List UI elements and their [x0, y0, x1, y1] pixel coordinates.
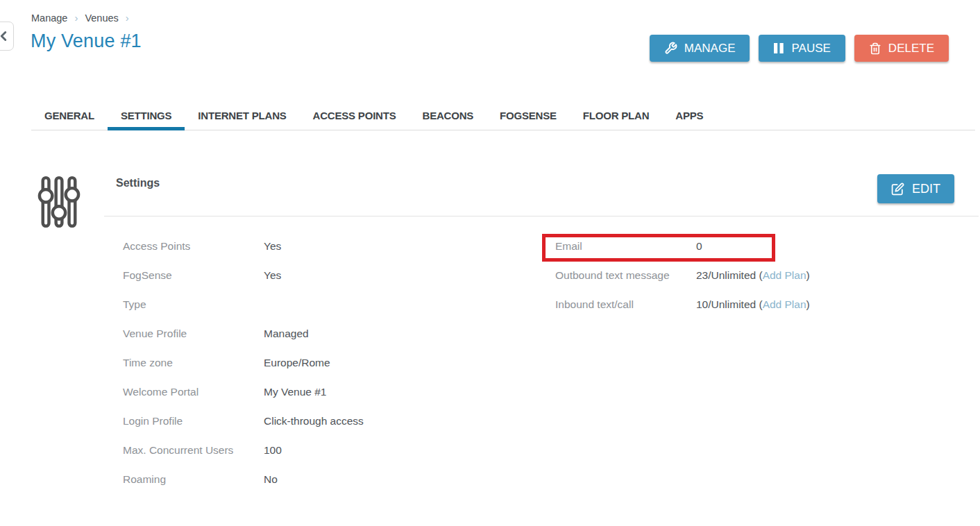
field-value: Europe/Rome [264, 353, 330, 373]
field-label: Roaming [123, 470, 264, 489]
tab-internet-plans[interactable]: INTERNET PLANS [185, 104, 299, 130]
field-value-prefix: 23/Unlimited ( [696, 269, 763, 281]
tab-beacons[interactable]: BEACONS [409, 104, 487, 130]
field-value: 10/Unlimited (Add Plan) [696, 295, 810, 314]
field-time-zone: Time zone Europe/Rome [123, 353, 421, 373]
field-fogsense: FogSense Yes [123, 266, 421, 285]
breadcrumb-separator-icon: › [126, 12, 129, 24]
tab-apps[interactable]: APPS [662, 104, 716, 130]
field-value: Click-through access [264, 412, 364, 431]
field-value: 23/Unlimited (Add Plan) [696, 266, 810, 285]
edit-pencil-icon [891, 183, 904, 196]
pause-icon [773, 42, 784, 54]
field-value-prefix: 10/Unlimited ( [696, 298, 763, 310]
field-type: Type [123, 295, 421, 314]
breadcrumb: Manage › Venues › [31, 12, 136, 24]
page-title: My Venue #1 [31, 31, 142, 52]
tab-bar: GENERAL SETTINGS INTERNET PLANS ACCESS P… [31, 104, 975, 130]
delete-button[interactable]: DELETE [854, 35, 949, 62]
manage-button-label: MANAGE [684, 42, 736, 56]
field-value: My Venue #1 [264, 382, 326, 402]
field-label: Access Points [123, 237, 264, 256]
pause-button[interactable]: PAUSE [759, 35, 845, 62]
breadcrumb-manage[interactable]: Manage [31, 12, 67, 24]
chevron-left-icon [0, 28, 11, 44]
breadcrumb-separator-icon: › [74, 12, 78, 24]
settings-fields-right: Email 0 Outbound text message 23/Unlimit… [555, 237, 861, 324]
field-label: Time zone [123, 353, 264, 373]
field-welcome-portal: Welcome Portal My Venue #1 [123, 382, 421, 402]
tab-fogsense[interactable]: FOGSENSE [487, 104, 570, 130]
tab-general[interactable]: GENERAL [31, 104, 108, 130]
field-value: Yes [264, 266, 281, 285]
back-button[interactable] [0, 22, 14, 51]
field-roaming: Roaming No [123, 470, 421, 489]
field-value: 0 [696, 237, 702, 256]
field-email: Email 0 [555, 237, 861, 256]
tab-settings[interactable]: SETTINGS [108, 104, 185, 130]
field-max-concurrent-users: Max. Concurrent Users 100 [123, 441, 421, 460]
field-label: FogSense [123, 266, 264, 285]
section-heading: Settings [116, 177, 160, 189]
field-label: Type [123, 295, 264, 314]
field-outbound-text-message: Outbound text message 23/Unlimited (Add … [555, 266, 861, 285]
field-value-suffix: ) [806, 298, 810, 310]
add-plan-link[interactable]: Add Plan [763, 269, 806, 281]
field-label: Welcome Portal [123, 382, 264, 402]
add-plan-link[interactable]: Add Plan [763, 298, 806, 310]
header-actions: MANAGE PAUSE DELETE [650, 35, 949, 62]
wrench-icon [664, 42, 677, 55]
field-label: Max. Concurrent Users [123, 441, 264, 460]
edit-button[interactable]: EDIT [877, 174, 954, 203]
tab-floor-plan[interactable]: FLOOR PLAN [570, 104, 663, 130]
field-value-suffix: ) [806, 269, 810, 281]
field-label: Venue Profile [123, 324, 264, 343]
manage-button[interactable]: MANAGE [650, 35, 750, 62]
edit-button-label: EDIT [912, 182, 940, 196]
tab-access-points[interactable]: ACCESS POINTS [300, 104, 409, 130]
field-label: Login Profile [123, 412, 264, 431]
breadcrumb-venues[interactable]: Venues [85, 12, 118, 24]
field-value: No [264, 470, 278, 489]
section-divider [104, 216, 979, 217]
sliders-icon [37, 175, 81, 232]
field-access-points: Access Points Yes [123, 237, 421, 256]
trash-icon [869, 42, 881, 55]
field-value: Managed [264, 324, 309, 343]
field-login-profile: Login Profile Click-through access [123, 412, 421, 431]
field-value: Yes [264, 237, 281, 256]
field-label: Email [555, 237, 696, 256]
field-venue-profile: Venue Profile Managed [123, 324, 421, 343]
field-inbound-text-call: Inbound text/call 10/Unlimited (Add Plan… [555, 295, 861, 314]
pause-button-label: PAUSE [791, 42, 830, 56]
delete-button-label: DELETE [888, 42, 934, 56]
settings-fields-left: Access Points Yes FogSense Yes Type Venu… [123, 237, 421, 499]
field-label: Inbound text/call [555, 295, 696, 314]
field-label: Outbound text message [555, 266, 696, 285]
field-value: 100 [264, 441, 282, 460]
